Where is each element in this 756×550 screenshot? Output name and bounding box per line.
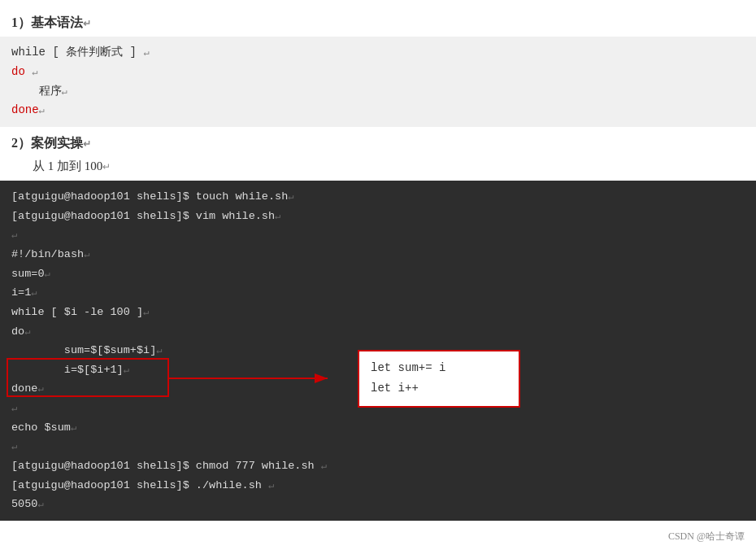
page-container: 1）基本语法↵ while [ 条件判断式 ] ↵ do ↵ 程序↵ done↵…	[0, 0, 756, 550]
watermark: CSDN @哈士奇谭	[668, 530, 745, 543]
section2-heading: 2）案例实操↵	[0, 127, 756, 155]
section2-desc: 从 1 加到 100↵	[0, 155, 756, 181]
annotation-line2: let i++	[371, 378, 507, 399]
section1-code: while [ 条件判断式 ] ↵ do ↵ 程序↵ done↵	[0, 37, 756, 127]
annotation-line1: let sum+= i	[371, 358, 507, 378]
annotation-box: let sum+= i let i++	[358, 350, 520, 407]
terminal-block: [atguigu@hadoop101 shells]$ touch while.…	[0, 181, 756, 521]
section1-heading: 1）基本语法↵	[0, 8, 756, 37]
